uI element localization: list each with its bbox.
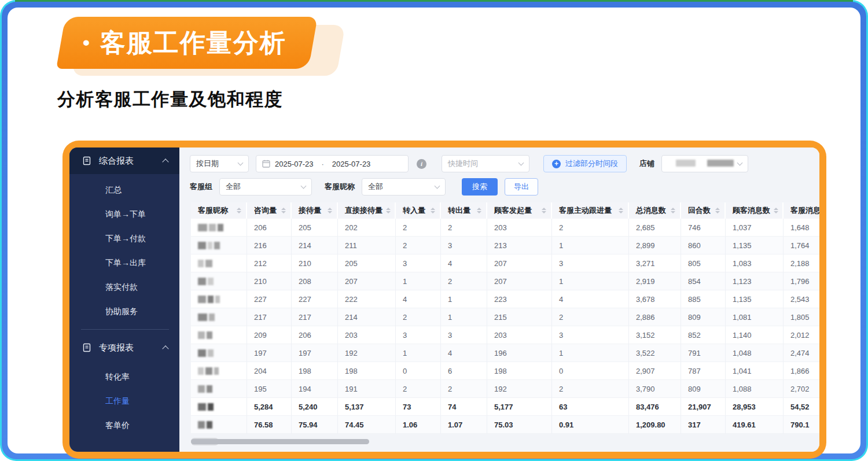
horizontal-scrollbar[interactable] (191, 438, 819, 445)
table-cell: 21,907 (681, 398, 726, 416)
service-group-select[interactable]: 全部 (219, 178, 312, 196)
table-cell: 203 (338, 326, 396, 344)
column-header-label: 顾客消息数 (733, 205, 770, 216)
column-header[interactable]: 客服昵称 (191, 202, 247, 219)
table-cell: 73 (396, 398, 441, 416)
table-cell: 1,048 (726, 344, 784, 362)
sort-arrows-icon[interactable] (671, 208, 675, 213)
sort-arrows-icon[interactable] (619, 208, 623, 213)
table-cell: 805 (681, 255, 726, 272)
column-header[interactable]: 转入量 (396, 202, 441, 219)
filter-time-range-label: 过滤部分时间段 (565, 158, 618, 169)
column-header[interactable]: 顾客发起量 (487, 202, 552, 219)
date-mode-select[interactable]: 按日期 (190, 155, 249, 172)
filter-time-range-button[interactable]: + 过滤部分时间段 (543, 155, 627, 172)
table-cell: 2,907 (629, 362, 681, 380)
workload-table: 客服昵称咨询量接待量直接接待量转入量转出量顾客发起量客服主动跟进量总消息数回合数… (191, 202, 819, 434)
table-cell: 3 (396, 326, 441, 344)
table-cell: 83,476 (629, 398, 681, 416)
filter-row-1: 按日期 2025-07-23 · 20 (190, 155, 819, 172)
sidebar-item-avg-order-value[interactable]: 客单价 (69, 413, 179, 437)
table-cell: 1,140 (726, 326, 784, 344)
search-button[interactable]: 搜索 (462, 178, 498, 196)
sidebar-item-confirm-payment[interactable]: 落实付款 (69, 275, 179, 299)
table-cell: 192 (338, 344, 396, 362)
table-cell: 204 (247, 362, 292, 380)
sidebar-section-special-reports[interactable]: 专项报表 (69, 334, 179, 361)
column-header[interactable]: 接待量 (292, 202, 338, 219)
sort-arrows-icon[interactable] (281, 208, 286, 213)
table-cell: 1 (396, 272, 441, 290)
sidebar-item-assist-service[interactable]: 协助服务 (69, 299, 179, 323)
table-cell: 3 (552, 326, 629, 344)
date-range-input[interactable]: 2025-07-23 · 2025-07-23 (256, 155, 409, 172)
table-cell: 3,271 (629, 255, 681, 272)
column-header[interactable]: 回合数 (681, 202, 726, 219)
sidebar-section-comprehensive-reports[interactable]: 综合报表 (69, 147, 179, 174)
table-cell: 4 (441, 344, 487, 362)
table-cell: 2 (396, 237, 441, 255)
table-cell: 206 (247, 219, 292, 237)
table-cell: 217 (247, 308, 292, 326)
table-cell: 885 (681, 290, 726, 308)
table-cell: 222 (338, 290, 396, 308)
table-row: 2092062033320333,1528521,1402,012 (191, 326, 819, 344)
column-header[interactable]: 咨询量 (247, 202, 292, 219)
column-header-label: 客服昵称 (198, 205, 228, 216)
column-header[interactable]: 总消息数 (629, 202, 681, 219)
column-header-label: 接待量 (299, 205, 321, 216)
table-cell: 1,648 (784, 219, 819, 237)
table-cell: 211 (338, 237, 396, 255)
redacted-name-cell (191, 308, 247, 326)
table-cell: 227 (247, 290, 292, 308)
table-cell: 2,543 (784, 290, 819, 308)
title-bullet: • (83, 32, 91, 51)
table-row: 2162142112321312,8998601,1351,764 (191, 237, 819, 255)
column-header[interactable]: 客服消息数 (784, 202, 819, 219)
sort-arrows-icon[interactable] (386, 208, 391, 213)
table-row: 1951941912219223,7908091,0882,702 (191, 380, 819, 398)
table-cell: 3 (441, 237, 487, 255)
scrollbar-thumb[interactable] (191, 439, 369, 444)
sidebar-item-inquiry-to-order[interactable]: 询单→下单 (69, 202, 179, 226)
table-cell: 214 (338, 308, 396, 326)
sidebar-item-order-to-shipment[interactable]: 下单→出库 (69, 250, 179, 275)
sort-arrows-icon[interactable] (477, 208, 481, 213)
table-cell: 2 (441, 380, 487, 398)
info-icon[interactable]: i (417, 159, 426, 169)
table-cell: 196 (487, 344, 552, 362)
sidebar-item-conversion-rate[interactable]: 转化率 (69, 364, 179, 389)
date-separator: · (318, 160, 328, 168)
sort-arrows-icon[interactable] (715, 208, 720, 213)
redacted-name-cell (191, 255, 247, 272)
column-header[interactable]: 顾客消息数 (726, 202, 784, 219)
table-cell: 317 (681, 416, 726, 434)
sidebar-item-huizong[interactable]: 汇总 (69, 178, 179, 202)
sort-arrows-icon[interactable] (774, 208, 778, 213)
table-cell: 1,805 (784, 308, 819, 326)
quick-time-select[interactable]: 快捷时间 (442, 155, 529, 172)
sort-arrows-icon[interactable] (431, 208, 435, 213)
table-cell: 75.94 (292, 416, 338, 434)
export-button[interactable]: 导出 (505, 178, 538, 196)
column-header[interactable]: 直接接待量 (338, 202, 396, 219)
page-canvas: • 客服工作量分析 分析客服工作量及饱和程度 综合报表 (0, 0, 868, 461)
column-header[interactable]: 转出量 (441, 202, 487, 219)
sidebar-item-order-to-payment[interactable]: 下单→付款 (69, 226, 179, 250)
redacted-name-cell (191, 326, 247, 344)
sidebar-item-workload[interactable]: 工作量 (69, 389, 179, 413)
sort-arrows-icon[interactable] (542, 208, 546, 213)
table-cell: 2,188 (784, 255, 819, 272)
column-header[interactable]: 客服主动跟进量 (552, 202, 629, 219)
sort-arrows-icon[interactable] (237, 208, 241, 213)
chevron-down-icon (737, 160, 743, 166)
table-cell: 0.91 (552, 416, 629, 434)
column-header-label: 总消息数 (636, 205, 666, 216)
redacted-name-cell (191, 272, 247, 290)
service-nickname-select[interactable]: 全部 (362, 178, 446, 196)
sort-arrows-icon[interactable] (328, 208, 332, 213)
table-cell: 195 (247, 380, 292, 398)
table-cell: 4 (396, 290, 441, 308)
shop-select[interactable] (661, 155, 748, 172)
redacted-name-cell (191, 219, 247, 237)
